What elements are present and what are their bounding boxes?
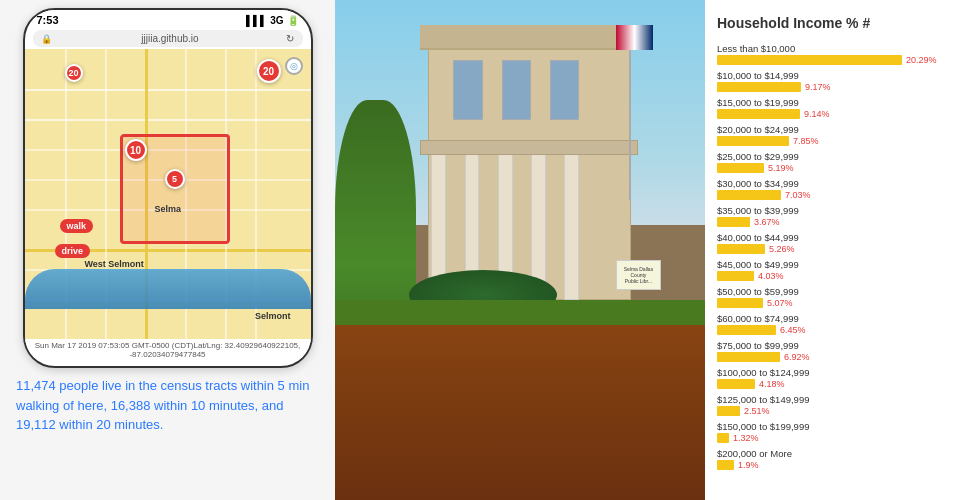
- network-type: 3G: [270, 15, 283, 26]
- grass: [335, 300, 705, 325]
- bar-container: 1.9%: [717, 460, 968, 470]
- building-roof: [420, 25, 638, 50]
- bar-fill: [717, 82, 801, 92]
- location-photo: Selma Dallas CountyPublic Libr...: [335, 0, 705, 500]
- window-1: [453, 60, 483, 120]
- bar-label: $50,000 to $59,999: [717, 286, 968, 297]
- left-panel: 7:53 ▌▌▌ 3G 🔋 🔒 jjjiia.github.io ↻: [0, 0, 335, 500]
- bar-percentage: 6.45%: [780, 325, 806, 335]
- bar-fill: [717, 406, 740, 416]
- bar-container: 7.03%: [717, 190, 968, 200]
- west-selmont-label: West Selmont: [85, 259, 144, 269]
- bar-fill: [717, 217, 750, 227]
- bar-fill: [717, 325, 776, 335]
- selma-label: Selma: [155, 204, 182, 214]
- bar-label: $25,000 to $29,999: [717, 151, 968, 162]
- chart-bar-row: $50,000 to $59,9995.07%: [717, 286, 968, 308]
- bar-fill: [717, 136, 789, 146]
- bar-container: 4.18%: [717, 379, 968, 389]
- bar-label: Less than $10,000: [717, 43, 968, 54]
- bar-label: $200,000 or More: [717, 448, 968, 459]
- chart-bar-row: $100,000 to $124,9994.18%: [717, 367, 968, 389]
- flag: [616, 25, 653, 50]
- bar-percentage: 5.07%: [767, 298, 793, 308]
- bar-container: 6.45%: [717, 325, 968, 335]
- bar-percentage: 1.32%: [733, 433, 759, 443]
- chart-bar-row: $40,000 to $44,9995.26%: [717, 232, 968, 254]
- pin-20-outer: 20: [257, 59, 281, 83]
- chart-title: Household Income % #: [717, 15, 968, 31]
- chart-bar-row: Less than $10,00020.29%: [717, 43, 968, 65]
- chart-bar-row: $35,000 to $39,9993.67%: [717, 205, 968, 227]
- map-datetime: Sun Mar 17 2019 07:53:05 GMT-0500 (CDT)L…: [25, 339, 311, 361]
- brick-ground: [335, 310, 705, 500]
- bar-percentage: 7.03%: [785, 190, 811, 200]
- drive-button[interactable]: drive: [55, 244, 91, 258]
- url-text: jjjiia.github.io: [141, 33, 198, 44]
- bar-label: $20,000 to $24,999: [717, 124, 968, 135]
- pin-10: 10: [125, 139, 147, 161]
- bar-percentage: 5.19%: [768, 163, 794, 173]
- photo-panel: Selma Dallas CountyPublic Libr...: [335, 0, 705, 500]
- info-text: 11,474 people live in the census tracts …: [8, 376, 327, 435]
- chart-bar-row: $75,000 to $99,9996.92%: [717, 340, 968, 362]
- chart-bar-row: $45,000 to $49,9994.03%: [717, 259, 968, 281]
- bar-percentage: 2.51%: [744, 406, 770, 416]
- bar-fill: [717, 190, 781, 200]
- flagpole: [629, 25, 631, 200]
- bar-label: $75,000 to $99,999: [717, 340, 968, 351]
- sign-board: Selma Dallas CountyPublic Libr...: [616, 260, 660, 290]
- bar-container: 5.19%: [717, 163, 968, 173]
- pillar-5: [564, 150, 579, 300]
- bar-label: $30,000 to $34,999: [717, 178, 968, 189]
- bar-label: $15,000 to $19,999: [717, 97, 968, 108]
- bar-container: 20.29%: [717, 55, 968, 65]
- bar-percentage: 4.03%: [758, 271, 784, 281]
- walk-button[interactable]: walk: [60, 219, 94, 233]
- bar-container: 3.67%: [717, 217, 968, 227]
- map-area: 20 10 5 20 Selma West Selmont Selmont wa…: [25, 49, 311, 339]
- bar-container: 5.07%: [717, 298, 968, 308]
- chart-bar-row: $15,000 to $19,9999.14%: [717, 97, 968, 119]
- compass: ◎: [285, 57, 303, 75]
- bar-fill: [717, 379, 755, 389]
- chart-bar-row: $125,000 to $149,9992.51%: [717, 394, 968, 416]
- bar-percentage: 6.92%: [784, 352, 810, 362]
- bar-percentage: 3.67%: [754, 217, 780, 227]
- window-3: [550, 60, 580, 120]
- bar-percentage: 7.85%: [793, 136, 819, 146]
- bar-percentage: 5.26%: [769, 244, 795, 254]
- status-right: ▌▌▌ 3G 🔋: [246, 15, 299, 26]
- bar-fill: [717, 298, 763, 308]
- bar-label: $45,000 to $49,999: [717, 259, 968, 270]
- bar-label: $10,000 to $14,999: [717, 70, 968, 81]
- bar-percentage: 9.14%: [804, 109, 830, 119]
- bar-label: $100,000 to $124,999: [717, 367, 968, 378]
- bar-container: 9.17%: [717, 82, 968, 92]
- bar-container: 4.03%: [717, 271, 968, 281]
- bar-percentage: 1.9%: [738, 460, 759, 470]
- refresh-icon[interactable]: ↻: [286, 33, 294, 44]
- bar-fill: [717, 271, 754, 281]
- signal-bars: ▌▌▌: [246, 15, 267, 26]
- bar-percentage: 4.18%: [759, 379, 785, 389]
- status-bar: 7:53 ▌▌▌ 3G 🔋: [25, 10, 311, 28]
- bar-label: $40,000 to $44,999: [717, 232, 968, 243]
- lock-icon: 🔒: [41, 34, 52, 44]
- pin-20-left: 20: [65, 64, 83, 82]
- pin-5: 5: [165, 169, 185, 189]
- chart-bar-row: $60,000 to $74,9996.45%: [717, 313, 968, 335]
- chart-bars: Less than $10,00020.29%$10,000 to $14,99…: [717, 43, 968, 470]
- bar-label: $125,000 to $149,999: [717, 394, 968, 405]
- balcony: [420, 140, 638, 155]
- chart-bar-row: $20,000 to $24,9997.85%: [717, 124, 968, 146]
- address-bar[interactable]: 🔒 jjjiia.github.io ↻: [33, 30, 303, 47]
- bar-container: 5.26%: [717, 244, 968, 254]
- bar-fill: [717, 163, 764, 173]
- bar-fill: [717, 433, 729, 443]
- bar-fill: [717, 55, 902, 65]
- chart-bar-row: $30,000 to $34,9997.03%: [717, 178, 968, 200]
- bar-label: $150,000 to $199,999: [717, 421, 968, 432]
- bar-label: $35,000 to $39,999: [717, 205, 968, 216]
- bar-label: $60,000 to $74,999: [717, 313, 968, 324]
